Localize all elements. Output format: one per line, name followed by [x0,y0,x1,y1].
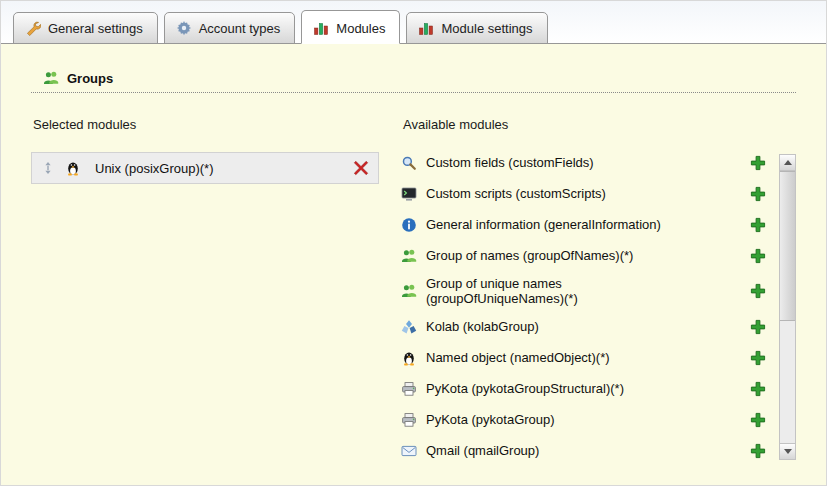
add-module-button[interactable] [750,381,766,397]
scrollbar-thumb[interactable] [780,171,795,321]
printer-icon [401,381,417,397]
scroll-down-button[interactable] [780,443,795,459]
tools-icon [25,20,41,36]
remove-module-button[interactable] [353,160,369,176]
available-module-label: Group of unique names (groupOfUniqueName… [426,276,750,307]
scroll-up-button[interactable] [780,155,795,171]
available-module-label: General information (generalInformation) [426,217,750,232]
arrow-up-icon [784,160,792,165]
available-module-row: Kolab (kolabGroup) [401,316,766,338]
available-module-label: Kolab (kolabGroup) [426,319,750,334]
tux-icon [401,350,417,366]
tab-module-settings-label: Module settings [441,21,532,36]
page-title: Groups [67,71,113,86]
groups-icon [43,70,59,86]
tab-module-settings[interactable]: Module settings [406,12,547,44]
terminal-icon [401,186,417,202]
available-module-row: Custom fields (customFields) [401,152,766,174]
kolab-icon [401,319,417,335]
scrollbar[interactable] [779,154,796,460]
settings-tab-bar: General settings Account types Modules M… [1,1,826,44]
drag-handle-icon[interactable] [41,161,55,175]
available-modules-list: Custom fields (customFields) Custom scri… [401,152,796,462]
add-module-button[interactable] [750,283,766,299]
gear-icon [176,20,192,36]
available-module-row: Group of names (groupOfNames)(*) [401,245,766,267]
arrow-down-icon [784,449,792,454]
modules-tab-content: Groups Selected modules Unix (posixGroup… [1,44,826,485]
available-module-row: PyKota (pykotaGroup) [401,409,766,431]
lam-configuration-page: General settings Account types Modules M… [0,0,827,486]
tux-icon [65,160,81,176]
info-icon [401,217,417,233]
tab-modules[interactable]: Modules [301,10,400,44]
modules-columns: Selected modules Unix (posixGroup)(*) Av… [31,109,796,471]
available-module-row: General information (generalInformation) [401,214,766,236]
available-module-row: Named object (namedObject)(*) [401,347,766,369]
available-module-row: Qmail (qmailGroup) [401,440,766,462]
modules-icon [313,20,329,36]
available-module-row: Group of unique names (groupOfUniqueName… [401,276,766,307]
available-modules-column: Available modules Custom fields (customF… [401,109,796,471]
available-modules-heading: Available modules [403,117,796,132]
add-module-button[interactable] [750,248,766,264]
group-icon [401,248,417,264]
add-module-button[interactable] [750,217,766,233]
add-module-button[interactable] [750,186,766,202]
available-module-label: Group of names (groupOfNames)(*) [426,248,750,263]
selected-module-label: Unix (posixGroup)(*) [95,161,213,176]
add-module-button[interactable] [750,443,766,459]
printer-icon [401,412,417,428]
selected-modules-heading: Selected modules [33,117,379,132]
add-module-button[interactable] [750,350,766,366]
available-module-label: Qmail (qmailGroup) [426,443,750,458]
tab-account-types-label: Account types [199,21,281,36]
available-module-label: Custom fields (customFields) [426,155,750,170]
section-header: Groups [31,70,796,93]
tab-general-settings-label: General settings [48,21,143,36]
mail-icon [401,443,417,459]
tab-account-types[interactable]: Account types [164,12,296,44]
add-module-button[interactable] [750,155,766,171]
tab-modules-label: Modules [336,21,385,36]
group-icon [401,283,417,299]
selected-modules-column: Selected modules Unix (posixGroup)(*) [31,109,379,471]
available-module-label: Named object (namedObject)(*) [426,350,750,365]
available-module-label: Custom scripts (customScripts) [426,186,750,201]
add-module-button[interactable] [750,319,766,335]
available-module-label: PyKota (pykotaGroup) [426,412,750,427]
add-module-button[interactable] [750,412,766,428]
available-module-row: PyKota (pykotaGroupStructural)(*) [401,378,766,400]
available-module-row: Custom scripts (customScripts) [401,183,766,205]
selected-module-row[interactable]: Unix (posixGroup)(*) [31,152,379,184]
tab-general-settings[interactable]: General settings [13,12,158,44]
magnifier-icon [401,155,417,171]
module-settings-icon [418,20,434,36]
available-module-label: PyKota (pykotaGroupStructural)(*) [426,381,750,396]
